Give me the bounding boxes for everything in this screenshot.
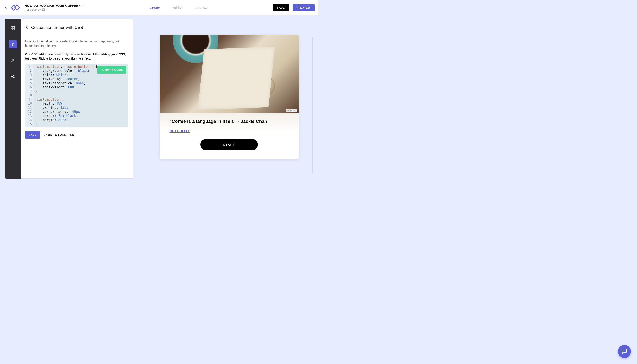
back-to-palettes-button[interactable]: BACK TO PALETTES: [43, 133, 74, 136]
preview-card: pexels.com "Coffee is a language in itse…: [160, 35, 298, 159]
gutter-line: 7: [27, 90, 32, 94]
gutter-line: 15: [27, 122, 32, 126]
gutter-line: 4: [27, 77, 32, 81]
project-type: Poll / Survey: [25, 8, 40, 11]
code-line[interactable]: text-align: center;: [35, 77, 127, 81]
scrollbar[interactable]: [312, 37, 313, 173]
start-button[interactable]: START: [200, 139, 258, 150]
code-line[interactable]: font-weight: 600;: [35, 85, 127, 90]
panel-title: Customize further with CSS: [31, 25, 83, 30]
code-line[interactable]: border: 3px black;: [35, 114, 127, 118]
get-coffee-link[interactable]: GET COFFEE: [170, 129, 190, 133]
gutter-line: 10: [27, 102, 32, 106]
panel-save-button[interactable]: SAVE: [25, 131, 40, 139]
fold-icon[interactable]: ▾: [31, 98, 32, 101]
nav-analyze[interactable]: Analyze: [196, 6, 208, 9]
gutter-line: 14: [27, 118, 32, 122]
app-logo[interactable]: [10, 4, 22, 12]
svg-rect-2: [11, 28, 12, 30]
gutter-line: 3: [27, 73, 32, 77]
save-button[interactable]: SAVE: [273, 4, 288, 11]
rail-share-icon[interactable]: [9, 72, 17, 80]
code-line[interactable]: margin: auto;: [35, 118, 127, 122]
code-line[interactable]: border-radius: 40px;: [35, 110, 127, 114]
svg-rect-1: [13, 26, 14, 28]
gutter-line: 6: [27, 85, 32, 90]
code-line[interactable]: .custombutton {: [35, 98, 127, 102]
code-line[interactable]: [35, 94, 127, 98]
preview-area: pexels.com "Coffee is a language in itse…: [133, 16, 318, 182]
svg-point-4: [12, 60, 14, 61]
nav-create[interactable]: Create: [150, 6, 160, 9]
image-credit: pexels.com: [286, 109, 298, 112]
preview-image: pexels.com: [160, 35, 298, 113]
gutter-line: 12: [27, 110, 32, 114]
panel-note: Note: include .riddle to any selector (.…: [25, 39, 128, 48]
pencil-icon[interactable]: [82, 4, 84, 7]
code-line[interactable]: }: [35, 122, 127, 126]
back-icon[interactable]: [4, 5, 8, 10]
css-panel: Customize further with CSS Note: include…: [20, 19, 133, 178]
project-title: HOW DO YOU LIKE YOUR COFFEE?: [25, 4, 80, 7]
rail-settings-icon[interactable]: [9, 56, 17, 64]
gutter-line: 9▾: [27, 98, 32, 102]
decoration: [244, 56, 268, 80]
preview-button[interactable]: PREVIEW: [293, 4, 314, 11]
code-line[interactable]: text-decoration: none;: [35, 81, 127, 85]
code-line[interactable]: padding: 15px;: [35, 106, 127, 110]
svg-rect-3: [13, 28, 14, 30]
gutter-line: 1▾: [27, 65, 32, 69]
nav-publish[interactable]: Publish: [172, 6, 184, 9]
format-code-button[interactable]: FORMAT CODE: [97, 66, 126, 74]
preview-quote: "Coffee is a language in itself." - Jack…: [170, 119, 289, 124]
info-icon[interactable]: i: [42, 8, 45, 11]
gutter-line: 2: [27, 69, 32, 73]
gutter-line: 5: [27, 81, 32, 85]
text-cursor: [37, 122, 37, 126]
panel-bold-note: Our CSS editor is a powerfully flexible …: [25, 52, 128, 61]
fold-icon[interactable]: ▾: [31, 66, 32, 68]
sidebar-rail: [5, 19, 20, 178]
rail-design-icon[interactable]: [9, 40, 17, 48]
gutter-line: 8: [27, 94, 32, 98]
app-header: HOW DO YOU LIKE YOUR COFFEE? Poll / Surv…: [0, 0, 318, 16]
code-line[interactable]: width: 49%;: [35, 102, 127, 106]
gutter-line: 13: [27, 114, 32, 118]
decoration: [255, 76, 275, 96]
panel-back-icon[interactable]: [25, 24, 28, 30]
svg-rect-0: [11, 26, 12, 28]
code-line[interactable]: }: [35, 90, 127, 94]
decoration: [206, 65, 249, 96]
rail-blocks-icon[interactable]: [9, 24, 17, 32]
gutter-line: 11: [27, 106, 32, 110]
